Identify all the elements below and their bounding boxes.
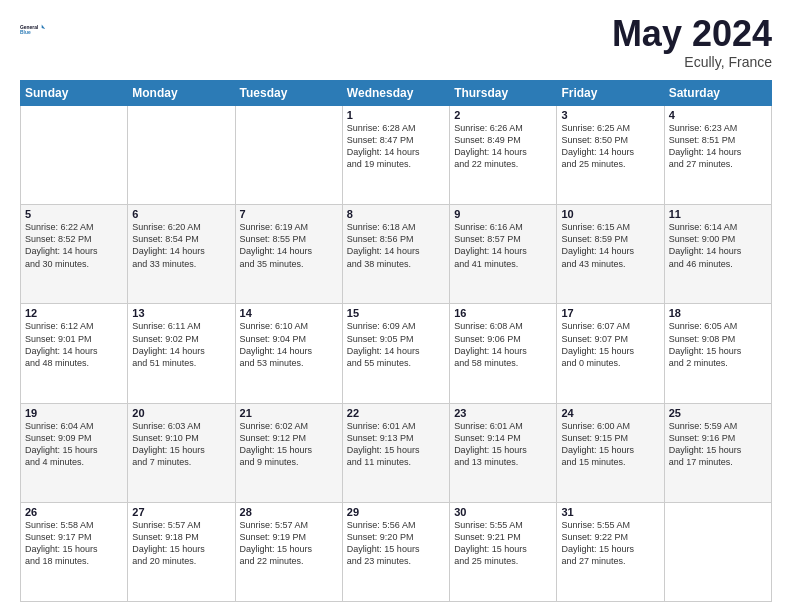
day-info: Sunrise: 5:55 AM Sunset: 9:22 PM Dayligh… (561, 519, 659, 568)
day-info: Sunrise: 6:05 AM Sunset: 9:08 PM Dayligh… (669, 320, 767, 369)
calendar-cell: 24Sunrise: 6:00 AM Sunset: 9:15 PM Dayli… (557, 403, 664, 502)
calendar-cell (235, 106, 342, 205)
calendar-cell: 16Sunrise: 6:08 AM Sunset: 9:06 PM Dayli… (450, 304, 557, 403)
day-info: Sunrise: 6:20 AM Sunset: 8:54 PM Dayligh… (132, 221, 230, 270)
day-info: Sunrise: 5:56 AM Sunset: 9:20 PM Dayligh… (347, 519, 445, 568)
calendar-cell: 23Sunrise: 6:01 AM Sunset: 9:14 PM Dayli… (450, 403, 557, 502)
calendar-table: SundayMondayTuesdayWednesdayThursdayFrid… (20, 80, 772, 602)
column-header-thursday: Thursday (450, 81, 557, 106)
calendar-cell: 8Sunrise: 6:18 AM Sunset: 8:56 PM Daylig… (342, 205, 449, 304)
day-number: 24 (561, 407, 659, 419)
calendar-cell: 6Sunrise: 6:20 AM Sunset: 8:54 PM Daylig… (128, 205, 235, 304)
calendar-cell: 19Sunrise: 6:04 AM Sunset: 9:09 PM Dayli… (21, 403, 128, 502)
day-number: 21 (240, 407, 338, 419)
day-info: Sunrise: 6:01 AM Sunset: 9:14 PM Dayligh… (454, 420, 552, 469)
header: GeneralBlue May 2024 Ecully, France (20, 16, 772, 70)
day-number: 15 (347, 307, 445, 319)
calendar-cell: 2Sunrise: 6:26 AM Sunset: 8:49 PM Daylig… (450, 106, 557, 205)
calendar-cell: 28Sunrise: 5:57 AM Sunset: 9:19 PM Dayli… (235, 502, 342, 601)
day-info: Sunrise: 6:00 AM Sunset: 9:15 PM Dayligh… (561, 420, 659, 469)
day-info: Sunrise: 6:25 AM Sunset: 8:50 PM Dayligh… (561, 122, 659, 171)
day-number: 30 (454, 506, 552, 518)
day-info: Sunrise: 6:28 AM Sunset: 8:47 PM Dayligh… (347, 122, 445, 171)
day-number: 31 (561, 506, 659, 518)
calendar-cell: 17Sunrise: 6:07 AM Sunset: 9:07 PM Dayli… (557, 304, 664, 403)
column-header-sunday: Sunday (21, 81, 128, 106)
day-number: 27 (132, 506, 230, 518)
day-number: 10 (561, 208, 659, 220)
column-header-monday: Monday (128, 81, 235, 106)
day-info: Sunrise: 6:22 AM Sunset: 8:52 PM Dayligh… (25, 221, 123, 270)
calendar-cell: 26Sunrise: 5:58 AM Sunset: 9:17 PM Dayli… (21, 502, 128, 601)
calendar-cell: 31Sunrise: 5:55 AM Sunset: 9:22 PM Dayli… (557, 502, 664, 601)
calendar-cell: 18Sunrise: 6:05 AM Sunset: 9:08 PM Dayli… (664, 304, 771, 403)
day-number: 11 (669, 208, 767, 220)
day-number: 22 (347, 407, 445, 419)
calendar-cell: 7Sunrise: 6:19 AM Sunset: 8:55 PM Daylig… (235, 205, 342, 304)
day-number: 25 (669, 407, 767, 419)
day-info: Sunrise: 5:59 AM Sunset: 9:16 PM Dayligh… (669, 420, 767, 469)
calendar-cell: 9Sunrise: 6:16 AM Sunset: 8:57 PM Daylig… (450, 205, 557, 304)
logo-icon: GeneralBlue (20, 16, 48, 44)
calendar-cell: 11Sunrise: 6:14 AM Sunset: 9:00 PM Dayli… (664, 205, 771, 304)
day-number: 2 (454, 109, 552, 121)
column-header-tuesday: Tuesday (235, 81, 342, 106)
calendar-cell: 29Sunrise: 5:56 AM Sunset: 9:20 PM Dayli… (342, 502, 449, 601)
day-info: Sunrise: 6:04 AM Sunset: 9:09 PM Dayligh… (25, 420, 123, 469)
location: Ecully, France (612, 54, 772, 70)
calendar-cell: 27Sunrise: 5:57 AM Sunset: 9:18 PM Dayli… (128, 502, 235, 601)
calendar-cell: 20Sunrise: 6:03 AM Sunset: 9:10 PM Dayli… (128, 403, 235, 502)
day-info: Sunrise: 5:57 AM Sunset: 9:18 PM Dayligh… (132, 519, 230, 568)
day-info: Sunrise: 5:55 AM Sunset: 9:21 PM Dayligh… (454, 519, 552, 568)
week-row-5: 26Sunrise: 5:58 AM Sunset: 9:17 PM Dayli… (21, 502, 772, 601)
calendar-cell: 10Sunrise: 6:15 AM Sunset: 8:59 PM Dayli… (557, 205, 664, 304)
header-row: SundayMondayTuesdayWednesdayThursdayFrid… (21, 81, 772, 106)
day-info: Sunrise: 6:14 AM Sunset: 9:00 PM Dayligh… (669, 221, 767, 270)
day-number: 9 (454, 208, 552, 220)
day-number: 28 (240, 506, 338, 518)
calendar-cell: 4Sunrise: 6:23 AM Sunset: 8:51 PM Daylig… (664, 106, 771, 205)
day-info: Sunrise: 6:02 AM Sunset: 9:12 PM Dayligh… (240, 420, 338, 469)
calendar-cell: 3Sunrise: 6:25 AM Sunset: 8:50 PM Daylig… (557, 106, 664, 205)
svg-text:General: General (20, 25, 39, 30)
day-info: Sunrise: 6:18 AM Sunset: 8:56 PM Dayligh… (347, 221, 445, 270)
day-number: 13 (132, 307, 230, 319)
day-info: Sunrise: 6:01 AM Sunset: 9:13 PM Dayligh… (347, 420, 445, 469)
calendar-cell (21, 106, 128, 205)
calendar-cell: 25Sunrise: 5:59 AM Sunset: 9:16 PM Dayli… (664, 403, 771, 502)
calendar-cell: 30Sunrise: 5:55 AM Sunset: 9:21 PM Dayli… (450, 502, 557, 601)
day-info: Sunrise: 6:16 AM Sunset: 8:57 PM Dayligh… (454, 221, 552, 270)
calendar-cell: 13Sunrise: 6:11 AM Sunset: 9:02 PM Dayli… (128, 304, 235, 403)
day-number: 3 (561, 109, 659, 121)
day-number: 18 (669, 307, 767, 319)
svg-text:Blue: Blue (20, 30, 31, 35)
day-info: Sunrise: 6:10 AM Sunset: 9:04 PM Dayligh… (240, 320, 338, 369)
week-row-3: 12Sunrise: 6:12 AM Sunset: 9:01 PM Dayli… (21, 304, 772, 403)
day-number: 8 (347, 208, 445, 220)
week-row-2: 5Sunrise: 6:22 AM Sunset: 8:52 PM Daylig… (21, 205, 772, 304)
week-row-4: 19Sunrise: 6:04 AM Sunset: 9:09 PM Dayli… (21, 403, 772, 502)
day-number: 23 (454, 407, 552, 419)
day-number: 12 (25, 307, 123, 319)
calendar-cell: 12Sunrise: 6:12 AM Sunset: 9:01 PM Dayli… (21, 304, 128, 403)
column-header-saturday: Saturday (664, 81, 771, 106)
day-number: 5 (25, 208, 123, 220)
day-info: Sunrise: 6:15 AM Sunset: 8:59 PM Dayligh… (561, 221, 659, 270)
day-number: 17 (561, 307, 659, 319)
calendar-cell: 1Sunrise: 6:28 AM Sunset: 8:47 PM Daylig… (342, 106, 449, 205)
calendar-page: GeneralBlue May 2024 Ecully, France Sund… (0, 0, 792, 612)
column-header-friday: Friday (557, 81, 664, 106)
calendar-cell: 21Sunrise: 6:02 AM Sunset: 9:12 PM Dayli… (235, 403, 342, 502)
calendar-cell (128, 106, 235, 205)
day-info: Sunrise: 6:12 AM Sunset: 9:01 PM Dayligh… (25, 320, 123, 369)
day-info: Sunrise: 6:03 AM Sunset: 9:10 PM Dayligh… (132, 420, 230, 469)
calendar-cell: 22Sunrise: 6:01 AM Sunset: 9:13 PM Dayli… (342, 403, 449, 502)
day-info: Sunrise: 6:09 AM Sunset: 9:05 PM Dayligh… (347, 320, 445, 369)
day-number: 16 (454, 307, 552, 319)
month-title: May 2024 (612, 16, 772, 52)
calendar-cell: 15Sunrise: 6:09 AM Sunset: 9:05 PM Dayli… (342, 304, 449, 403)
day-info: Sunrise: 6:11 AM Sunset: 9:02 PM Dayligh… (132, 320, 230, 369)
svg-marker-2 (42, 24, 46, 29)
day-number: 4 (669, 109, 767, 121)
day-number: 6 (132, 208, 230, 220)
